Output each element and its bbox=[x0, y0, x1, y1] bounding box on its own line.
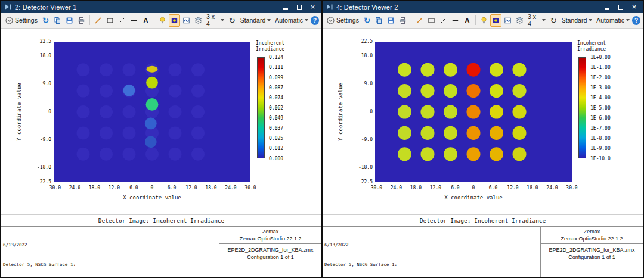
detector-spot bbox=[123, 85, 135, 96]
draw-dash-tool[interactable] bbox=[128, 14, 140, 27]
save-button[interactable] bbox=[64, 14, 75, 27]
draw-line-tool[interactable] bbox=[414, 14, 425, 27]
x-axis-label: X coordinate value bbox=[444, 195, 503, 201]
detector-image[interactable] bbox=[54, 42, 250, 182]
minimize-icon bbox=[283, 8, 288, 10]
copy-button[interactable] bbox=[52, 14, 63, 27]
caret-down-icon bbox=[221, 19, 224, 21]
colorbar bbox=[578, 57, 586, 158]
footer-date: 6/13/2022 bbox=[3, 242, 217, 248]
restore-button[interactable] bbox=[293, 2, 305, 11]
rotate-button[interactable]: ↻ bbox=[227, 14, 238, 27]
draw-text-tool[interactable]: A bbox=[462, 14, 473, 27]
detector-spot bbox=[169, 63, 182, 76]
scale-dropdown[interactable]: Standard bbox=[239, 14, 273, 27]
detector-spot bbox=[146, 98, 159, 111]
rotate-button[interactable]: ↻ bbox=[548, 14, 559, 27]
detector-spot bbox=[420, 105, 434, 118]
y-tick: 18.0 bbox=[25, 53, 51, 58]
x-tick: 0 bbox=[151, 185, 154, 190]
lamp-toggle[interactable] bbox=[478, 14, 490, 27]
restore-icon bbox=[618, 5, 623, 10]
grid-size-dropdown[interactable]: 3 x 4 bbox=[205, 14, 226, 27]
draw-rectangle-tool[interactable] bbox=[104, 14, 116, 27]
workspace: 2: Detector Viewer 1 × Settings ↻ bbox=[0, 0, 644, 278]
detector-spot bbox=[191, 105, 205, 118]
print-icon bbox=[399, 17, 407, 24]
help-button[interactable]: ? bbox=[632, 16, 640, 25]
detector-spot bbox=[145, 148, 159, 161]
x-tick: 30.0 bbox=[566, 185, 577, 190]
layers-button[interactable] bbox=[514, 14, 525, 27]
detector-spot bbox=[169, 148, 182, 161]
caret-down-icon bbox=[542, 19, 546, 21]
detector-info: 6/13/2022 Detector 5, NSCG Surface 1: Si… bbox=[323, 227, 540, 277]
detector-spot bbox=[398, 105, 411, 118]
line-icon bbox=[416, 17, 423, 24]
cross-section-toggle[interactable] bbox=[181, 14, 192, 27]
x-tick: 0 bbox=[472, 185, 475, 190]
false-color-toggle[interactable] bbox=[490, 14, 501, 27]
footer-right: Zemax Zemax OpticStudio 22.1.2 EPE2D_2DG… bbox=[540, 227, 643, 277]
rectangle-icon bbox=[428, 17, 435, 24]
toolbar: Settings ↻ A bbox=[323, 13, 643, 29]
detector-image[interactable] bbox=[375, 42, 572, 182]
window-titlebar[interactable]: 4: Detector Viewer 2 × bbox=[323, 1, 643, 13]
print-button[interactable] bbox=[76, 14, 87, 27]
detector-spot bbox=[444, 105, 457, 118]
colorbar-label: 1E-10.0 bbox=[590, 156, 611, 161]
update-button[interactable]: ↻ bbox=[40, 14, 51, 27]
lamp-toggle[interactable] bbox=[157, 14, 168, 27]
settings-dropdown[interactable]: Settings bbox=[4, 14, 39, 27]
toolbar: Settings ↻ A bbox=[1, 13, 321, 29]
print-button[interactable] bbox=[397, 14, 408, 27]
update-button[interactable]: ↻ bbox=[361, 14, 373, 27]
layers-button[interactable] bbox=[193, 14, 204, 27]
detector-spot bbox=[490, 126, 503, 140]
draw-rectangle-tool[interactable] bbox=[426, 14, 437, 27]
y-axis-label: Y coordinate value bbox=[338, 83, 343, 141]
draw-text-tool[interactable]: A bbox=[140, 14, 151, 27]
help-button[interactable]: ? bbox=[311, 16, 319, 25]
detector-viewer-window: 4: Detector Viewer 2 × Settings ↻ bbox=[323, 1, 643, 277]
detector-spot bbox=[466, 126, 480, 140]
restore-button[interactable] bbox=[615, 2, 626, 11]
false-color-toggle[interactable] bbox=[169, 14, 180, 27]
copy-button[interactable] bbox=[373, 14, 385, 27]
close-button[interactable]: × bbox=[307, 2, 318, 11]
y-axis-label: Y coordinate value bbox=[16, 83, 22, 141]
caret-down-icon bbox=[589, 19, 592, 21]
diagonal-line-icon bbox=[118, 17, 126, 24]
grid-size-dropdown[interactable]: 3 x 4 bbox=[526, 14, 547, 27]
colorbar-title: Incoherent Irradiance bbox=[577, 40, 606, 52]
y-tick: 9.0 bbox=[25, 81, 51, 86]
draw-line-tool[interactable] bbox=[92, 14, 104, 27]
branding-box: Zemax Zemax OpticStudio 22.1.2 bbox=[541, 227, 643, 244]
detector-image-canvas bbox=[375, 42, 572, 182]
detector-image-canvas bbox=[54, 42, 250, 182]
x-tick: 12.0 bbox=[507, 185, 518, 190]
save-button[interactable] bbox=[385, 14, 397, 27]
zoom-dropdown[interactable]: Automatic bbox=[595, 14, 631, 27]
cross-section-toggle[interactable] bbox=[502, 14, 513, 27]
draw-diagonal-tool[interactable] bbox=[438, 14, 449, 27]
detector-spot bbox=[512, 84, 526, 98]
colorbar-title-line2: Irradiance bbox=[577, 46, 606, 52]
draw-diagonal-tool[interactable] bbox=[116, 14, 128, 27]
window-controls: × bbox=[601, 2, 640, 11]
branding-box: Zemax Zemax OpticStudio 22.1.2 bbox=[219, 227, 321, 244]
draw-dash-tool[interactable] bbox=[450, 14, 461, 27]
close-button[interactable]: × bbox=[628, 2, 640, 11]
scale-dropdown[interactable]: Standard bbox=[560, 14, 595, 27]
minimize-button[interactable] bbox=[280, 2, 291, 11]
zoom-dropdown[interactable]: Automatic bbox=[273, 14, 310, 27]
settings-dropdown[interactable]: Settings bbox=[325, 14, 361, 27]
cross-section-icon bbox=[182, 17, 190, 24]
colorbar-label: 0.087 bbox=[269, 85, 283, 90]
x-axis-label: X coordinate value bbox=[123, 195, 181, 201]
footer: 6/13/2022 Detector 5, NSCG Surface 1: Si… bbox=[323, 227, 643, 277]
x-tick: 24.0 bbox=[546, 185, 558, 190]
minimize-button[interactable] bbox=[601, 2, 612, 11]
window-titlebar[interactable]: 2: Detector Viewer 1 × bbox=[1, 1, 321, 13]
x-tick: 18.0 bbox=[527, 185, 538, 190]
